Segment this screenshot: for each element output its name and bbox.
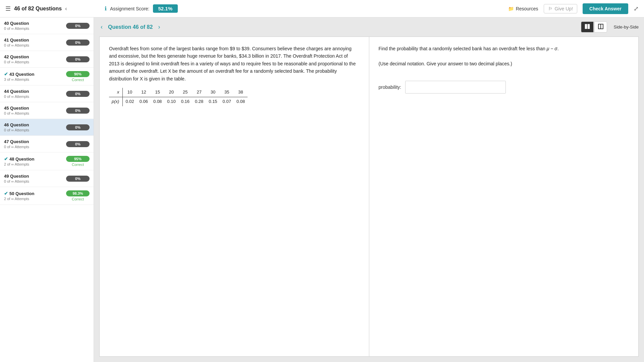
sidebar-item-q50[interactable]: ✔ 50 Question 2 of ∞ Attempts 98.3% Corr… [0, 187, 94, 205]
answer-section: probability: [379, 81, 629, 94]
q43-title: ✔ 43 Question [4, 71, 63, 77]
sidebar-item-q46[interactable]: 46 Question 0 of ∞ Attempts 0% [0, 119, 94, 136]
header-left: ☰ 46 of 82 Questions ‹ [5, 5, 99, 12]
q43-checkmark: ✔ [4, 71, 8, 77]
q50-attempts: 2 of ∞ Attempts [4, 197, 63, 201]
sidebar-item-q44[interactable]: 44 Question 0 of ∞ Attempts 0% [0, 85, 94, 102]
probability-label: probability: [379, 83, 401, 91]
q48-checkmark: ✔ [4, 156, 8, 162]
q41-attempts: 0 of ∞ Attempts [4, 43, 63, 47]
sidebar-item-q41[interactable]: 41 Question 0 of ∞ Attempts 0% [0, 34, 94, 51]
q48-progress-bar: 95% [66, 156, 90, 162]
header-center: ℹ Assignment Score: 52.1% [105, 4, 503, 13]
q46-title: 46 Question [4, 122, 63, 127]
px-label: p(x) [109, 97, 123, 106]
sidebar-item-q40[interactable]: 40 Question 0 of ∞ Attempts 0% [0, 17, 94, 34]
probability-input[interactable] [405, 81, 506, 94]
q45-progress-bar: 0% [66, 108, 90, 114]
q40-progress-bar: 0% [66, 23, 90, 29]
x-label: x [109, 88, 123, 97]
instruction-text: (Use decimal notation. Give your answer … [379, 60, 629, 67]
give-up-button[interactable]: 🏳 Give Up! [544, 4, 577, 13]
q50-checkmark: ✔ [4, 191, 8, 196]
resources-button[interactable]: 📁 Resources [508, 6, 538, 11]
q48-correct-label: Correct [66, 163, 90, 167]
q43-progress-bar: 90% [66, 71, 90, 77]
view-label: Side-by-Side [614, 24, 639, 29]
passage-text: Overdraft fees from some of the largest … [109, 45, 360, 82]
q45-attempts: 0 of ∞ Attempts [4, 111, 63, 115]
q40-title: 40 Question [4, 21, 63, 26]
question-panel-right: Find the probability that a randomly sel… [369, 37, 639, 356]
q46-attempts: 0 of ∞ Attempts [4, 128, 63, 132]
q42-attempts: 0 of ∞ Attempts [4, 60, 63, 64]
q43-correct-label: Correct [66, 78, 90, 82]
question-panels: Overdraft fees from some of the largest … [99, 37, 639, 357]
view-single-button[interactable] [594, 21, 607, 33]
next-question-button[interactable]: › [157, 22, 161, 32]
expand-icon[interactable]: ⤢ [634, 5, 639, 12]
q44-progress-bar: 0% [66, 91, 90, 97]
sidebar-item-q49[interactable]: 49 Question 0 of ∞ Attempts 0% [0, 170, 94, 187]
questions-count: 46 of 82 Questions [14, 6, 62, 12]
check-answer-button[interactable]: Check Answer [583, 3, 628, 14]
folder-icon: 📁 [508, 6, 514, 11]
sidebar-item-q47[interactable]: 47 Question 0 of ∞ Attempts 0% [0, 136, 94, 153]
q46-progress-bar: 0% [66, 124, 90, 130]
sidebar-item-q43[interactable]: ✔ 43 Question 3 of ∞ Attempts 90% Correc… [0, 68, 94, 85]
header-right: 📁 Resources 🏳 Give Up! Check Answer ⤢ [508, 3, 639, 14]
q47-progress-bar: 0% [66, 141, 90, 147]
q50-correct-label: Correct [66, 197, 90, 201]
sidebar-item-q45[interactable]: 45 Question 0 of ∞ Attempts 0% [0, 102, 94, 119]
question-text: Find the probability that a randomly sel… [379, 45, 629, 52]
q42-title: 42 Question [4, 54, 63, 59]
hamburger-icon[interactable]: ☰ [5, 5, 11, 12]
q48-attempts: 2 of ∞ Attempts [4, 162, 63, 166]
q48-title: ✔ 48 Question [4, 156, 63, 162]
q41-progress-bar: 0% [66, 40, 90, 46]
view-toggle [581, 21, 607, 33]
svg-rect-0 [585, 24, 587, 29]
q43-attempts: 3 of ∞ Attempts [4, 77, 63, 81]
collapse-icon[interactable]: ‹ [65, 6, 67, 12]
q49-attempts: 0 of ∞ Attempts [4, 179, 63, 183]
q47-title: 47 Question [4, 139, 63, 144]
q49-progress-bar: 0% [66, 176, 90, 182]
q44-title: 44 Question [4, 89, 63, 94]
score-badge: 52.1% [153, 4, 178, 13]
content-area: ‹ Question 46 of 82 › Side-by-Side [94, 17, 644, 362]
assignment-score-label: Assignment Score: [110, 6, 150, 11]
sidebar-item-q48[interactable]: ✔ 48 Question 2 of ∞ Attempts 95% Correc… [0, 153, 94, 170]
q44-attempts: 0 of ∞ Attempts [4, 95, 63, 99]
q50-title: ✔ 50 Question [4, 191, 63, 196]
q45-title: 45 Question [4, 106, 63, 111]
question-nav-title: Question 46 of 82 [108, 24, 153, 30]
info-icon: ℹ [105, 5, 107, 12]
give-up-icon: 🏳 [548, 6, 553, 11]
sidebar: 40 Question 0 of ∞ Attempts 0% 41 Questi… [0, 17, 94, 362]
probability-table: x 10 12 15 20 25 27 30 35 38 p(x) 0.02 [109, 88, 248, 106]
q40-attempts: 0 of ∞ Attempts [4, 26, 63, 31]
q50-progress-bar: 98.3% [66, 190, 90, 196]
svg-rect-1 [588, 24, 590, 29]
sidebar-item-q42[interactable]: 42 Question 0 of ∞ Attempts 0% [0, 51, 94, 68]
question-panel-left: Overdraft fees from some of the largest … [100, 37, 369, 356]
q41-title: 41 Question [4, 38, 63, 43]
view-split-button[interactable] [581, 21, 594, 33]
main-layout: 40 Question 0 of ∞ Attempts 0% 41 Questi… [0, 17, 644, 362]
prev-question-button[interactable]: ‹ [99, 22, 104, 32]
q47-attempts: 0 of ∞ Attempts [4, 145, 63, 149]
q49-title: 49 Question [4, 174, 63, 179]
q42-progress-bar: 0% [66, 56, 90, 62]
question-nav: ‹ Question 46 of 82 › Side-by-Side [94, 17, 644, 37]
header: ☰ 46 of 82 Questions ‹ ℹ Assignment Scor… [0, 0, 644, 17]
